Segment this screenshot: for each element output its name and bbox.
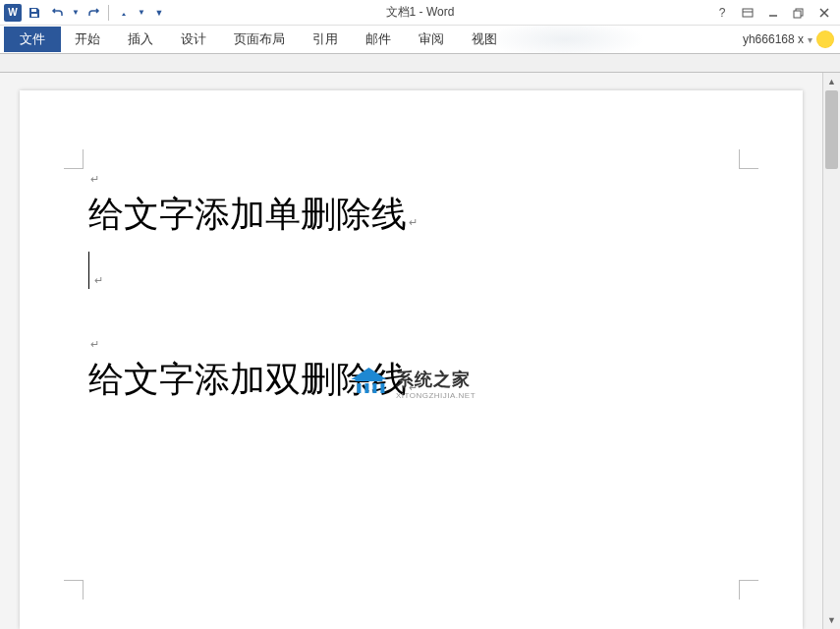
user-dropdown-icon[interactable]: ▾ — [808, 34, 812, 45]
tab-mailings[interactable]: 邮件 — [352, 27, 405, 52]
document-area[interactable]: ↵ 给文字添加单删除线↵ ↵ 系统之家 XITONGZHIJIA.NET ↵ — [0, 73, 822, 629]
text-cursor — [88, 252, 89, 289]
svg-rect-3 — [357, 383, 361, 393]
watermark-logo-icon — [347, 366, 390, 401]
qat-customize-button[interactable]: ▼ — [148, 2, 170, 24]
scroll-track[interactable] — [823, 90, 840, 611]
tab-review[interactable]: 审阅 — [405, 27, 458, 52]
svg-rect-2 — [794, 11, 801, 18]
svg-rect-0 — [743, 9, 753, 17]
svg-rect-4 — [364, 383, 368, 393]
close-icon — [818, 7, 830, 19]
document-container: ↵ 给文字添加单删除线↵ ↵ 系统之家 XITONGZHIJIA.NET ↵ — [0, 73, 840, 629]
paragraph-mark: ↵ — [409, 214, 418, 232]
paragraph-mark: ↵ — [94, 274, 103, 287]
title-bar: W ▼ ▼ ▼ 文档1 - Word ? — [0, 0, 840, 26]
qat-separator — [108, 5, 109, 21]
paragraph-mark: ↵ — [90, 173, 99, 186]
user-name[interactable]: yh666168 x — [743, 32, 804, 46]
page[interactable]: ↵ 给文字添加单删除线↵ ↵ 系统之家 XITONGZHIJIA.NET ↵ — [20, 90, 803, 629]
ribbon-display-button[interactable] — [736, 3, 759, 23]
tab-insert[interactable]: 插入 — [114, 27, 167, 52]
svg-rect-5 — [372, 383, 376, 393]
watermark-cn: 系统之家 — [396, 368, 476, 391]
touch-mode-button[interactable] — [113, 2, 135, 24]
ribbon-decoration — [486, 26, 644, 53]
ribbon-tabs: 文件 开始 插入 设计 页面布局 引用 邮件 审阅 视图 yh666168 x … — [0, 26, 840, 53]
emoji-icon[interactable] — [816, 30, 834, 48]
tab-design[interactable]: 设计 — [167, 27, 220, 52]
restore-icon — [793, 7, 805, 19]
tab-home[interactable]: 开始 — [61, 27, 114, 52]
undo-button[interactable] — [47, 2, 69, 24]
tab-references[interactable]: 引用 — [299, 27, 352, 52]
watermark-en: XITONGZHIJIA.NET — [396, 391, 476, 400]
quick-access-toolbar: W ▼ ▼ ▼ — [0, 2, 170, 24]
word-app-icon[interactable]: W — [4, 4, 22, 22]
vertical-scrollbar[interactable]: ▲ ▼ — [822, 73, 840, 629]
minimize-icon — [767, 7, 779, 19]
save-icon — [28, 6, 41, 20]
ruler[interactable] — [0, 53, 840, 73]
undo-icon — [51, 6, 65, 20]
scroll-down-button[interactable]: ▼ — [823, 611, 840, 629]
svg-rect-6 — [380, 383, 384, 393]
document-line-1[interactable]: 给文字添加单删除线↵ — [88, 187, 734, 244]
redo-icon — [86, 6, 100, 20]
window-title: 文档1 - Word — [386, 4, 455, 21]
scroll-up-button[interactable]: ▲ — [823, 73, 840, 90]
save-button[interactable] — [24, 2, 45, 24]
touch-dropdown[interactable]: ▼ — [137, 2, 146, 24]
help-button[interactable]: ? — [710, 3, 734, 23]
undo-dropdown[interactable]: ▼ — [71, 2, 81, 24]
watermark: 系统之家 XITONGZHIJIA.NET — [347, 366, 476, 401]
window-controls: ? — [710, 3, 836, 23]
paragraph-mark: ↵ — [90, 338, 99, 351]
tab-layout[interactable]: 页面布局 — [220, 27, 299, 52]
minimize-button[interactable] — [761, 3, 785, 23]
margin-mark-br — [739, 580, 758, 600]
close-button[interactable] — [812, 3, 836, 23]
user-area: yh666168 x ▾ — [743, 30, 834, 48]
scroll-thumb[interactable] — [825, 90, 838, 169]
margin-mark-tl — [64, 149, 84, 169]
empty-line[interactable]: ↵ — [88, 252, 734, 287]
touch-icon — [117, 6, 131, 20]
margin-mark-bl — [64, 580, 84, 600]
restore-button[interactable] — [787, 3, 811, 23]
margin-mark-tr — [739, 149, 758, 169]
redo-button[interactable] — [83, 2, 104, 24]
ribbon-display-icon — [742, 7, 754, 19]
tab-file[interactable]: 文件 — [4, 27, 61, 52]
watermark-text: 系统之家 XITONGZHIJIA.NET — [396, 368, 476, 400]
